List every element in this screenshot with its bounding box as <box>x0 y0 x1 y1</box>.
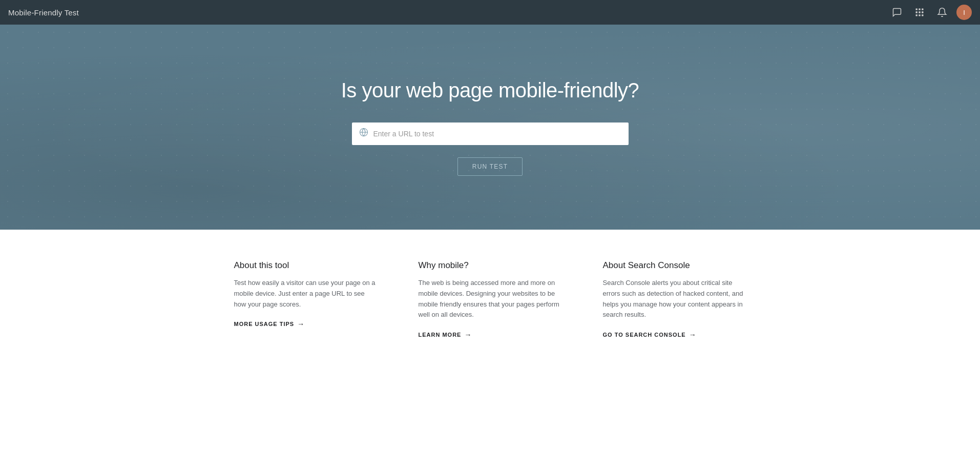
app-title: Mobile-Friendly Test <box>8 8 79 17</box>
more-usage-tips-label: MORE USAGE TIPS <box>234 321 295 327</box>
learn-more-arrow: → <box>464 331 472 339</box>
about-tool-text: Test how easily a visitor can use your p… <box>234 278 378 310</box>
about-tool-card: About this tool Test how easily a visito… <box>234 260 378 339</box>
about-tool-title: About this tool <box>234 260 378 271</box>
apps-icon <box>914 7 925 17</box>
more-usage-tips-link[interactable]: MORE USAGE TIPS → <box>234 320 305 328</box>
hero-section: Is your web page mobile-friendly? RUN TE… <box>0 25 980 230</box>
user-avatar-button[interactable]: I <box>956 5 972 20</box>
more-usage-tips-arrow: → <box>297 320 305 328</box>
learn-more-label: LEARN MORE <box>419 332 462 338</box>
info-grid: About this tool Test how easily a visito… <box>234 260 746 339</box>
svg-rect-7 <box>919 11 920 13</box>
header-actions: I <box>889 4 972 21</box>
header: Mobile-Friendly Test <box>0 0 980 25</box>
hero-content: Is your web page mobile-friendly? RUN TE… <box>341 79 639 176</box>
feedback-button[interactable] <box>889 4 905 21</box>
run-test-button[interactable]: RUN TEST <box>457 157 523 176</box>
search-console-card: About Search Console Search Console aler… <box>603 260 746 339</box>
globe-icon <box>359 128 368 139</box>
hero-title: Is your web page mobile-friendly? <box>341 79 639 102</box>
go-to-search-console-link[interactable]: GO TO SEARCH CONSOLE → <box>603 331 697 339</box>
info-section: About this tool Test how easily a visito… <box>0 230 980 380</box>
go-to-search-console-label: GO TO SEARCH CONSOLE <box>603 332 686 338</box>
apps-button[interactable] <box>911 4 928 21</box>
svg-rect-11 <box>922 14 923 16</box>
learn-more-link[interactable]: LEARN MORE → <box>419 331 472 339</box>
globe-svg <box>359 128 368 137</box>
svg-rect-9 <box>916 14 918 16</box>
feedback-icon <box>892 7 902 17</box>
url-input[interactable] <box>373 130 621 138</box>
svg-rect-4 <box>919 9 920 10</box>
svg-rect-10 <box>919 14 920 16</box>
bell-icon <box>937 7 947 17</box>
url-input-wrapper <box>352 123 629 145</box>
go-to-search-console-arrow: → <box>689 331 697 339</box>
why-mobile-text: The web is being accessed more and more … <box>419 278 562 320</box>
search-console-text: Search Console alerts you about critical… <box>603 278 746 320</box>
notifications-button[interactable] <box>934 4 950 21</box>
svg-rect-6 <box>916 11 918 13</box>
why-mobile-title: Why mobile? <box>419 260 562 271</box>
svg-rect-8 <box>922 11 923 13</box>
svg-rect-3 <box>916 9 918 10</box>
search-console-title: About Search Console <box>603 260 746 271</box>
why-mobile-card: Why mobile? The web is being accessed mo… <box>419 260 562 339</box>
svg-rect-5 <box>922 9 923 10</box>
